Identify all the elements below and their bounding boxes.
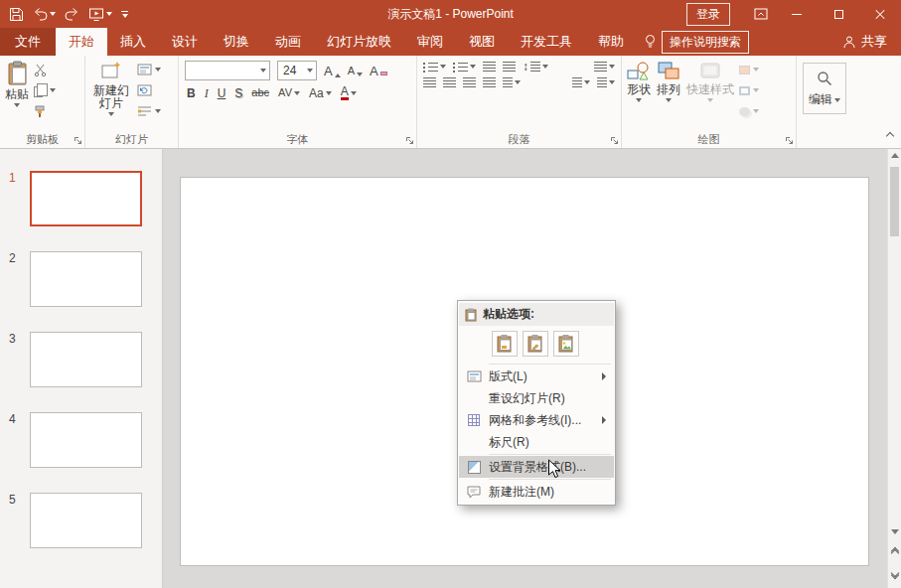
font-color-button[interactable]: A: [341, 85, 357, 100]
bullets-button[interactable]: [423, 62, 446, 72]
italic-button[interactable]: I: [205, 87, 209, 99]
slide-thumbnail-3[interactable]: [30, 332, 142, 387]
increase-indent-button[interactable]: [503, 62, 516, 72]
paste-keep-source-formatting-button[interactable]: [523, 331, 548, 357]
text-direction-button[interactable]: [594, 62, 615, 72]
menu-item-format-background[interactable]: 设置背景格式(B)...: [459, 456, 614, 478]
quick-styles-button[interactable]: 快速样式: [683, 59, 737, 104]
menu-item-layout[interactable]: 版式(L): [459, 366, 614, 387]
slide-thumbnail-5[interactable]: [30, 493, 142, 548]
scrollbar-thumb[interactable]: [890, 167, 899, 236]
shape-outline-button[interactable]: [739, 82, 759, 98]
slide-thumbnail-4[interactable]: [30, 412, 142, 468]
font-size-select[interactable]: 24: [277, 61, 317, 80]
redo-button[interactable]: [61, 2, 83, 26]
line-spacing-button[interactable]: ↕: [523, 61, 548, 73]
new-slide-button[interactable]: 新建幻灯片: [87, 59, 135, 118]
ribbon: 粘贴 剪贴板 新建幻灯片: [0, 56, 901, 149]
tab-design[interactable]: 设计: [159, 28, 211, 56]
customize-quick-access-toolbar-button[interactable]: [117, 2, 132, 26]
underline-button[interactable]: U: [218, 87, 226, 99]
tab-insert[interactable]: 插入: [107, 28, 159, 56]
text-shadow-button[interactable]: S: [234, 87, 242, 99]
undo-dropdown-caret: [50, 12, 56, 16]
shapes-button[interactable]: 形状: [624, 59, 654, 104]
align-right-button[interactable]: [463, 77, 476, 87]
shape-outline-icon: [739, 86, 750, 95]
layout-icon: [137, 64, 152, 75]
cut-button[interactable]: [34, 62, 56, 77]
copy-button[interactable]: [34, 82, 56, 98]
scroll-up-button[interactable]: [888, 153, 901, 158]
tab-view[interactable]: 视图: [456, 28, 508, 56]
tab-slideshow[interactable]: 幻灯片放映: [314, 28, 404, 56]
collapse-ribbon-button[interactable]: [887, 128, 893, 142]
tab-animations[interactable]: 动画: [262, 28, 314, 56]
tab-home[interactable]: 开始: [56, 28, 107, 56]
align-center-button[interactable]: [443, 77, 456, 87]
paragraph-group-label: 段落: [417, 132, 621, 147]
close-button[interactable]: [859, 0, 901, 28]
tab-file[interactable]: 文件: [0, 28, 56, 56]
reset-icon: [137, 84, 152, 96]
menu-item-ruler[interactable]: 标尺(R): [459, 431, 614, 453]
sign-in-button[interactable]: 登录: [686, 3, 730, 26]
columns-button[interactable]: [503, 77, 521, 87]
menu-item-reset-slide[interactable]: 重设幻灯片(R): [459, 387, 614, 409]
tab-review[interactable]: 审阅: [404, 28, 456, 56]
minimize-button[interactable]: [776, 0, 818, 28]
slides-group-label: 幻灯片: [85, 132, 178, 147]
undo-button[interactable]: [29, 2, 60, 26]
paste-use-destination-theme-button[interactable]: [492, 331, 518, 357]
strikethrough-button[interactable]: abc: [251, 87, 269, 98]
arrange-button[interactable]: 排列: [654, 59, 683, 104]
share-button[interactable]: 共享: [828, 28, 901, 56]
align-text-button[interactable]: [572, 77, 590, 87]
font-name-select[interactable]: [185, 61, 270, 80]
paste-as-picture-button[interactable]: [553, 331, 579, 357]
slide-thumbnail-2[interactable]: [30, 251, 142, 307]
vertical-scrollbar[interactable]: [887, 149, 901, 588]
shape-effects-button[interactable]: [739, 103, 759, 119]
layout-button[interactable]: [137, 62, 161, 77]
tell-me-search[interactable]: 操作说明搜索: [645, 28, 749, 56]
clear-formatting-button[interactable]: A: [370, 65, 387, 77]
justify-button[interactable]: [483, 77, 496, 87]
numbering-button[interactable]: [453, 62, 476, 72]
tab-transitions[interactable]: 切换: [211, 28, 262, 56]
tab-developer[interactable]: 开发工具: [508, 28, 585, 56]
paragraph-dialog-launcher[interactable]: [610, 136, 620, 146]
format-painter-button[interactable]: [34, 103, 56, 119]
change-case-button[interactable]: Aa: [309, 87, 332, 99]
font-dialog-launcher[interactable]: [405, 136, 415, 146]
previous-slide-button[interactable]: [888, 548, 901, 556]
bold-button[interactable]: B: [187, 87, 196, 99]
ribbon-display-options-button[interactable]: [746, 0, 776, 28]
clipboard-dialog-launcher[interactable]: [74, 136, 83, 146]
menu-item-grid-and-guides[interactable]: 网格和参考线(I)...: [459, 409, 614, 431]
tab-help[interactable]: 帮助: [585, 28, 637, 56]
slide-number: 4: [9, 412, 16, 426]
shape-fill-button[interactable]: [739, 62, 759, 77]
quick-styles-icon: [698, 61, 722, 81]
convert-to-smartart-button[interactable]: [597, 77, 615, 87]
save-button[interactable]: [5, 2, 28, 26]
editing-button[interactable]: 编辑: [803, 63, 846, 114]
increase-font-size-button[interactable]: A: [324, 65, 341, 77]
reset-slide-button[interactable]: [137, 82, 161, 98]
drawing-dialog-launcher[interactable]: [785, 136, 795, 146]
slide-thumbnail-1[interactable]: [30, 171, 142, 226]
maximize-button[interactable]: [818, 0, 859, 28]
section-button[interactable]: [137, 103, 161, 119]
scissors-icon: [34, 64, 47, 76]
next-slide-button[interactable]: [888, 570, 901, 578]
align-text-icon: [572, 77, 582, 87]
decrease-indent-button[interactable]: [483, 62, 496, 72]
decrease-font-size-button[interactable]: A: [348, 66, 363, 76]
scroll-down-button[interactable]: [888, 529, 901, 534]
start-from-beginning-button[interactable]: [84, 2, 116, 26]
character-spacing-button[interactable]: AV: [278, 87, 300, 98]
align-left-button[interactable]: [423, 77, 436, 87]
menu-item-new-comment[interactable]: 新建批注(M): [459, 481, 614, 503]
paste-button[interactable]: 粘贴: [2, 59, 32, 109]
